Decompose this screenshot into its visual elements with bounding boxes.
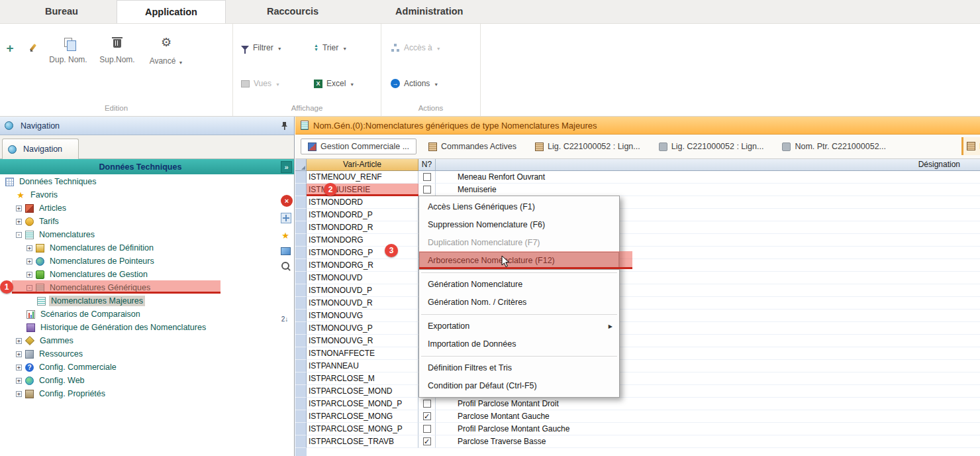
table-row[interactable]: ISTMONDORD bbox=[295, 196, 980, 209]
row-selector[interactable] bbox=[295, 398, 307, 410]
tree-item[interactable]: +Config. Propriétés bbox=[0, 387, 278, 400]
tree-item[interactable]: Données Techniques bbox=[0, 175, 278, 188]
table-row[interactable]: ISTMONDORG_R bbox=[295, 259, 980, 272]
tree-item[interactable]: +Config. Web bbox=[0, 374, 278, 387]
tree-item[interactable]: +Tarifs bbox=[0, 215, 278, 228]
menu-item[interactable]: Importation de Données bbox=[419, 335, 619, 353]
row-selector[interactable] bbox=[295, 209, 307, 221]
row-selector[interactable] bbox=[295, 347, 307, 360]
document-tab[interactable]: Gestion Commerciale ... bbox=[301, 139, 416, 154]
edit-button[interactable] bbox=[24, 40, 41, 57]
expand-icon[interactable]: + bbox=[16, 391, 22, 397]
tools-icon[interactable] bbox=[281, 213, 291, 223]
column-header-n[interactable]: N? bbox=[418, 159, 436, 171]
tree-item[interactable]: -Nomenclatures bbox=[0, 228, 278, 241]
row-selector[interactable] bbox=[295, 221, 307, 234]
tree-item[interactable]: Nomenclatures Majeures bbox=[0, 294, 278, 308]
expand-icon[interactable]: + bbox=[16, 351, 22, 357]
row-selector[interactable] bbox=[295, 423, 307, 435]
table-row[interactable]: ISTMONDORG bbox=[295, 234, 980, 247]
tab-navigation[interactable]: Navigation bbox=[2, 139, 79, 159]
row-selector[interactable] bbox=[295, 234, 307, 247]
sort-columns-icon[interactable] bbox=[279, 315, 291, 326]
expand-icon[interactable]: + bbox=[16, 338, 22, 344]
menu-item[interactable]: Condition par Défaut (Ctrl-F5) bbox=[419, 377, 619, 395]
row-selector[interactable] bbox=[295, 184, 307, 196]
tree-item[interactable]: +Gammes bbox=[0, 334, 278, 347]
tree-item[interactable]: Favoris bbox=[0, 188, 278, 201]
table-row[interactable]: ISTNONAFFECTE bbox=[295, 347, 980, 360]
tree-item[interactable]: +Ressources bbox=[0, 347, 278, 361]
excel-button[interactable]: Excel bbox=[314, 76, 377, 91]
expand-icon[interactable]: + bbox=[16, 205, 22, 211]
filter-button[interactable]: Filtrer bbox=[241, 40, 314, 56]
row-selector[interactable] bbox=[295, 284, 307, 297]
checkbox[interactable] bbox=[423, 437, 431, 445]
table-row[interactable]: ISTPARCLOSE_TRAVBParclose Traverse Basse bbox=[295, 435, 980, 448]
menu-item[interactable]: Exportation▶ bbox=[419, 317, 619, 335]
checkbox[interactable] bbox=[423, 186, 431, 194]
table-row[interactable]: ISTMONDORD_P bbox=[295, 209, 980, 221]
expand-icon[interactable]: + bbox=[16, 365, 22, 370]
document-tab[interactable]: No bbox=[961, 137, 980, 155]
expand-panel-button[interactable]: » bbox=[281, 161, 292, 173]
row-selector[interactable] bbox=[295, 385, 307, 398]
access-button[interactable]: Accès à bbox=[391, 40, 480, 56]
expand-icon[interactable]: + bbox=[26, 272, 32, 278]
table-row[interactable]: ISTMONOUVG_P bbox=[295, 322, 980, 335]
document-tab[interactable]: Nom. Ptr. C221000052... bbox=[775, 139, 893, 154]
row-selector[interactable] bbox=[295, 196, 307, 209]
menu-item[interactable]: Définition Filtres et Tris bbox=[419, 359, 619, 377]
checkbox[interactable] bbox=[423, 425, 431, 433]
avance-button[interactable]: Avancé bbox=[144, 33, 188, 67]
row-selector[interactable] bbox=[295, 335, 307, 347]
search-icon[interactable] bbox=[281, 261, 291, 272]
table-row[interactable]: ISTMONOUVG bbox=[295, 310, 980, 322]
tree-item[interactable]: +Articles bbox=[0, 201, 278, 215]
table-row[interactable]: ISTPARCLOSE_MONGParclose Montant Gauche bbox=[295, 410, 980, 423]
row-selector[interactable] bbox=[295, 360, 307, 372]
row-selector[interactable] bbox=[295, 372, 307, 385]
dup-nom-button[interactable]: Dup. Nom. bbox=[46, 33, 90, 64]
expand-icon[interactable]: + bbox=[16, 219, 22, 225]
menu-item[interactable]: Accès Liens Génériques (F1) bbox=[419, 198, 619, 216]
tree-item[interactable]: +Config. Commerciale bbox=[0, 361, 278, 374]
expand-icon[interactable]: + bbox=[26, 258, 32, 264]
row-selector[interactable] bbox=[295, 171, 307, 184]
menu-item[interactable]: Duplication Nomenclature (F7) bbox=[419, 234, 619, 252]
row-selector[interactable] bbox=[295, 322, 307, 335]
row-selector[interactable] bbox=[295, 259, 307, 272]
row-selector[interactable] bbox=[295, 435, 307, 448]
table-row[interactable]: ISTPARCLOSE_MOND bbox=[295, 385, 980, 398]
sort-button[interactable]: Trier bbox=[314, 40, 377, 56]
table-row[interactable]: ISTPARCLOSE_M bbox=[295, 372, 980, 385]
tree-item[interactable]: Historique de Génération des Nomenclatur… bbox=[0, 321, 278, 334]
table-row[interactable]: ISTPANNEAU bbox=[295, 360, 980, 372]
pin-icon[interactable] bbox=[281, 121, 288, 130]
tab-raccourcis[interactable]: Raccourcis bbox=[260, 0, 325, 23]
tree-item[interactable]: +Nomenclatures de Définition bbox=[0, 241, 278, 255]
checkbox[interactable] bbox=[423, 173, 431, 181]
table-row[interactable]: ISTPARCLOSE_MONG_PProfil Parclose Montan… bbox=[295, 423, 980, 435]
row-selector[interactable] bbox=[295, 272, 307, 284]
table-row[interactable]: ISTMONOUVG_R bbox=[295, 335, 980, 347]
tree-item[interactable]: +Nomenclatures de Pointeurs bbox=[0, 255, 278, 268]
expand-icon[interactable]: + bbox=[16, 378, 22, 384]
document-tab[interactable]: Lig. C221000052 : Lign... bbox=[528, 139, 647, 154]
menu-item[interactable]: Génération Nomenclature bbox=[419, 276, 619, 294]
table-row[interactable]: ISTMONDORG_P bbox=[295, 247, 980, 259]
checkbox[interactable] bbox=[423, 400, 431, 408]
close-icon[interactable] bbox=[281, 195, 293, 207]
views-button[interactable]: Vues bbox=[241, 76, 314, 91]
table-row[interactable]: ISTPARCLOSE_MOND_PProfil Parclose Montan… bbox=[295, 398, 980, 410]
select-all-cell[interactable] bbox=[295, 159, 307, 171]
collapse-icon[interactable]: - bbox=[26, 285, 32, 291]
menu-item[interactable]: Génération Nom. / Critères bbox=[419, 294, 619, 312]
row-selector[interactable] bbox=[295, 410, 307, 423]
tree-item[interactable]: +Nomenclatures de Gestion bbox=[0, 268, 278, 281]
checkbox[interactable] bbox=[423, 412, 431, 420]
views2-icon[interactable] bbox=[281, 247, 291, 255]
collapse-icon[interactable]: - bbox=[16, 232, 22, 238]
expand-icon[interactable]: + bbox=[26, 245, 32, 251]
table-row[interactable]: ISTMONOUVD_R bbox=[295, 297, 980, 310]
